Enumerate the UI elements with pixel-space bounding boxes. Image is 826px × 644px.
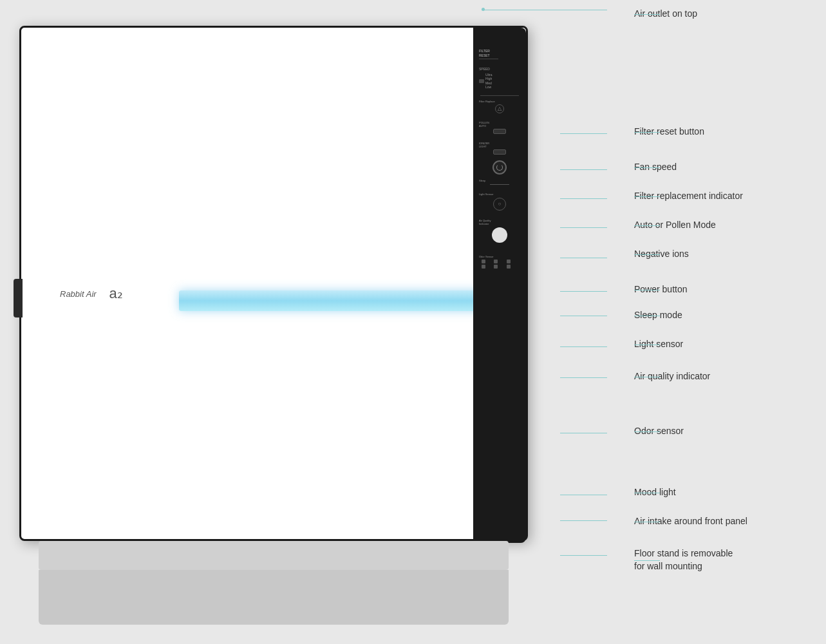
connector-air-outlet (482, 10, 607, 10)
label-floor-stand: Floor stand is removablefor wall mountin… (634, 547, 733, 573)
speed-value: UltraHighMedLow (485, 73, 493, 90)
floor-stand-legs (39, 570, 509, 625)
label-mood-light: Mood light (634, 486, 676, 499)
ionizer-area: IONIZERLIGHT (476, 140, 523, 158)
light-sensor-icon: ○ (493, 198, 506, 211)
label-air-quality: Air quality indicator (634, 370, 710, 383)
air-quality-icon (492, 227, 507, 243)
line-mood-light (634, 493, 660, 493)
label-filter-reset: Filter reset button (634, 126, 704, 138)
power-button[interactable] (493, 160, 507, 175)
line-filter-reset (634, 132, 660, 133)
sleep-label: Sleep (479, 179, 520, 182)
label-odor-sensor: Odor sensor (634, 425, 684, 438)
label-air-outlet: Air outlet on top (634, 8, 697, 21)
sleep-area: Sleep (476, 177, 523, 187)
filter-indicator-area: Filter Replace △ (476, 98, 523, 117)
connector-sleep (560, 316, 607, 316)
line-odor-sensor (634, 431, 660, 432)
label-negative-ions: Negative ions (634, 248, 689, 261)
line-air-quality (634, 377, 660, 377)
floor-stand (39, 541, 509, 570)
auto-pollen-area: POLLENAUTO (476, 119, 523, 137)
filter-indicator-label: Filter Replace (479, 100, 520, 103)
main-container: Rabbit Air a₂ FILTERRESET SPEED (0, 0, 826, 644)
connector-filter-replace (560, 198, 607, 199)
label-fan-speed: Fan speed (634, 161, 677, 174)
connector-fan-speed (560, 169, 607, 170)
light-bar (179, 290, 498, 311)
light-sensor-label: Light Sensor (479, 193, 520, 196)
logo-area: Rabbit Air a₂ (60, 285, 123, 302)
purifier-body: Rabbit Air a₂ FILTERRESET SPEED (19, 26, 528, 541)
line-floor-stand (634, 560, 660, 561)
air-quality-area: Air QualityIndicator (476, 217, 523, 247)
line-negative-ions (634, 254, 660, 255)
line-filter-replace (634, 196, 660, 197)
odor-sensor-area: Odor Sensor (476, 253, 523, 272)
dot-air-outlet (482, 8, 485, 11)
line-air-outlet (634, 14, 660, 15)
power-icon (496, 164, 503, 171)
label-sleep: Sleep mode (634, 309, 682, 322)
label-light-sensor: Light sensor (634, 338, 683, 351)
filter-reset-label: FILTERRESET (479, 49, 520, 57)
connector-air-quality (560, 377, 607, 378)
line-fan-speed (634, 167, 660, 168)
connector-floor-stand (560, 555, 607, 556)
line-auto-pollen (634, 225, 660, 226)
label-air-intake: Air intake around front panel (634, 515, 747, 528)
label-auto-pollen: Auto or Pollen Mode (634, 219, 716, 232)
device-wrapper: Rabbit Air a₂ FILTERRESET SPEED (19, 26, 579, 580)
connector-filter-reset (560, 133, 607, 134)
divider-1 (480, 95, 519, 96)
line-air-intake (634, 522, 660, 522)
connector-negative-ions (560, 258, 607, 258)
ionizer-label: IONIZERLIGHT (479, 142, 520, 148)
filter-reset-area: FILTERRESET (476, 47, 523, 62)
connector-light-sensor (560, 346, 607, 347)
line-power (634, 290, 660, 290)
model-logo: a₂ (109, 285, 123, 302)
odor-sensor-icon (479, 258, 520, 270)
rabbit-logo: Rabbit Air (60, 289, 97, 299)
label-power: Power button (634, 283, 688, 296)
auto-pollen-label: POLLENAUTO (479, 121, 520, 128)
connector-power (560, 291, 607, 292)
speed-area: SPEED UltraHighMedLow (476, 65, 523, 93)
line-sleep (634, 316, 660, 316)
side-panel: FILTERRESET SPEED UltraHighMedLow (473, 28, 526, 543)
connector-air-intake (560, 520, 607, 521)
speed-label: SPEED (479, 67, 520, 71)
light-sensor-area: Light Sensor ○ (476, 191, 523, 214)
line-light-sensor (634, 345, 660, 345)
connector-odor-sensor (560, 433, 607, 433)
panel-controls: FILTERRESET SPEED UltraHighMedLow (476, 41, 523, 274)
label-filter-replace: Filter replacement indicator (634, 190, 743, 203)
connector-mood-light (560, 495, 607, 495)
air-quality-label: Air QualityIndicator (479, 219, 520, 225)
handle (14, 279, 23, 317)
connector-auto-pollen (560, 227, 607, 228)
